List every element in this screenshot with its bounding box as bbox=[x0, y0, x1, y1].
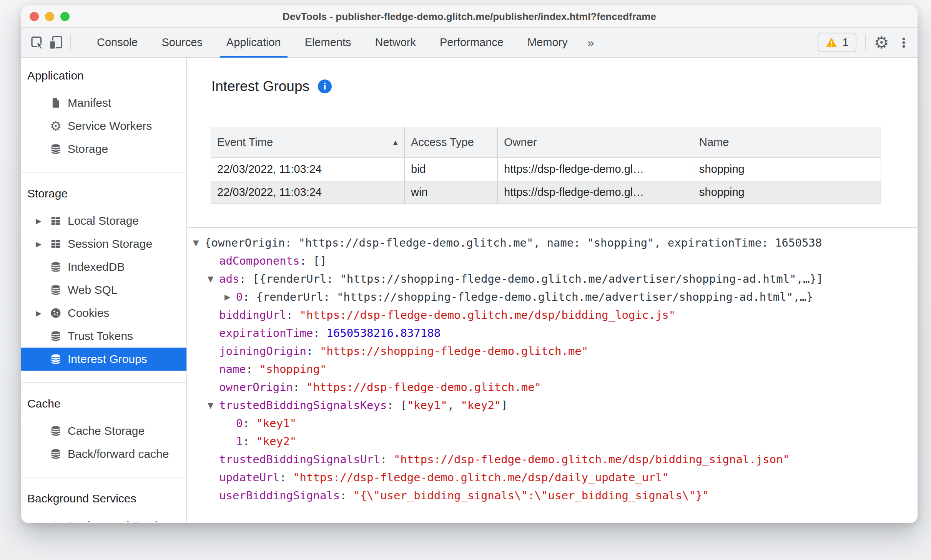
sidebar-item-trust-tokens[interactable]: Trust Tokens bbox=[21, 325, 186, 348]
more-tabs-chevron-icon[interactable]: » bbox=[580, 28, 602, 57]
tab-sources[interactable]: Sources bbox=[150, 28, 214, 58]
tree-line[interactable]: ▼{ownerOrigin: "https://dsp-fledge-demo.… bbox=[191, 234, 918, 252]
table-row[interactable]: 22/03/2022, 11:03:24bidhttps://dsp-fledg… bbox=[211, 158, 881, 181]
indent-spacer bbox=[191, 451, 208, 469]
interest-group-events-table: Event Time▲Access TypeOwnerName22/03/202… bbox=[211, 127, 881, 204]
sidebar-item-session-storage[interactable]: ▶Session Storage bbox=[21, 232, 186, 255]
tab-network[interactable]: Network bbox=[363, 28, 428, 58]
inspect-element-icon[interactable] bbox=[28, 33, 47, 52]
expander-triangle-icon[interactable]: ▶ bbox=[36, 309, 50, 318]
sidebar-item-indexeddb[interactable]: IndexedDB bbox=[21, 255, 186, 278]
tree-segment-plain: : bbox=[293, 378, 306, 396]
expander-triangle-icon[interactable]: ▶ bbox=[36, 240, 50, 249]
tree-segment-str: "shopping" bbox=[259, 360, 327, 378]
sidebar-item-service-workers[interactable]: ⚙︎Service Workers bbox=[21, 114, 186, 138]
tree-segment-key: trustedBiddingSignalsKeys bbox=[219, 396, 387, 414]
tree-expander-icon[interactable]: ▼ bbox=[193, 234, 204, 252]
tree-line[interactable]: expirationTime: 1650538216.837188 bbox=[191, 324, 918, 342]
db-icon bbox=[50, 284, 62, 296]
tree-line[interactable]: ▶0: {renderUrl: "https://shopping-fledge… bbox=[191, 288, 918, 306]
tree-line[interactable]: adComponents: [] bbox=[191, 252, 918, 270]
tree-segment-str: "{\"user_bidding_signals\":\"user_biddin… bbox=[353, 487, 709, 505]
sidebar-item-manifest[interactable]: Manifest bbox=[21, 91, 186, 114]
sidebar-section-storage: Storage▶Local Storage▶Session StorageInd… bbox=[21, 172, 186, 371]
sidebar-item-interest-groups[interactable]: Interest Groups bbox=[21, 348, 186, 371]
tree-line[interactable]: userBiddingSignals: "{\"user_bidding_sig… bbox=[191, 487, 918, 505]
column-header-name[interactable]: Name bbox=[693, 127, 881, 158]
kebab-menu-icon[interactable] bbox=[897, 33, 911, 52]
tree-segment-str: "https://dsp-fledge-demo.glitch.me/dsp/b… bbox=[300, 306, 676, 324]
sidebar-item-cache-storage[interactable]: Cache Storage bbox=[21, 419, 186, 442]
tree-expander-spacer bbox=[208, 487, 219, 505]
expander-triangle-icon[interactable]: ▶ bbox=[36, 217, 50, 225]
sidebar-section-application: ApplicationManifest⚙︎Service WorkersStor… bbox=[21, 65, 186, 161]
traffic-lights bbox=[30, 12, 70, 21]
warning-icon bbox=[825, 36, 838, 49]
tree-line[interactable]: joiningOrigin: "https://shopping-fledge-… bbox=[191, 342, 918, 360]
tree-segment-plain: {ownerOrigin: "https://dsp-fledge-demo.g… bbox=[204, 234, 822, 252]
tree-segment-str: "https://dsp-fledge-demo.glitch.me/dsp/b… bbox=[394, 451, 790, 469]
indent-spacer bbox=[191, 432, 224, 451]
toggle-device-toolbar-icon[interactable] bbox=[47, 33, 65, 52]
sidebar-section-title: Storage bbox=[21, 182, 186, 205]
tree-expander-spacer bbox=[208, 451, 219, 469]
tab-application[interactable]: Application bbox=[214, 28, 293, 58]
tree-segment-key: name bbox=[219, 360, 246, 378]
tree-line[interactable]: updateUrl: "https://dsp-fledge-demo.glit… bbox=[191, 469, 918, 487]
cookie-icon bbox=[50, 307, 62, 319]
sidebar-item-local-storage[interactable]: ▶Local Storage bbox=[21, 209, 186, 232]
sidebar-item-label: Web SQL bbox=[68, 283, 118, 297]
tab-memory[interactable]: Memory bbox=[515, 28, 580, 58]
tree-segment-key: 1 bbox=[236, 432, 243, 451]
tree-segment-plain: : bbox=[380, 451, 394, 469]
tree-segment-plain: : {renderUrl: "https://shopping-fledge-d… bbox=[243, 288, 813, 306]
tab-elements[interactable]: Elements bbox=[293, 28, 363, 58]
sidebar-item-cookies[interactable]: ▶Cookies bbox=[21, 302, 186, 325]
tree-line[interactable]: 0: "key1" bbox=[191, 414, 918, 432]
sidebar-item-label: Interest Groups bbox=[68, 353, 147, 366]
db-icon bbox=[50, 425, 62, 437]
column-header-owner[interactable]: Owner bbox=[498, 127, 693, 158]
sidebar-item-storage[interactable]: Storage bbox=[21, 138, 186, 161]
info-icon[interactable]: i bbox=[318, 80, 332, 93]
zoom-button[interactable] bbox=[60, 12, 70, 21]
tree-segment-str: "key2" bbox=[461, 396, 501, 414]
tree-line[interactable]: ownerOrigin: "https://dsp-fledge-demo.gl… bbox=[191, 378, 918, 396]
tab-strip: ConsoleSourcesApplicationElementsNetwork… bbox=[85, 28, 580, 58]
tree-segment-plain: : bbox=[279, 469, 293, 487]
indent-spacer bbox=[191, 487, 208, 505]
desktop-background: DevTools - publisher-fledge-demo.glitch.… bbox=[0, 0, 931, 560]
tree-expander-icon[interactable]: ▼ bbox=[208, 396, 219, 414]
tree-line[interactable]: biddingUrl: "https://dsp-fledge-demo.gli… bbox=[191, 306, 918, 324]
toolbar-right: 1 ⚙︎ bbox=[818, 33, 911, 52]
tree-expander-icon[interactable]: ▶ bbox=[224, 288, 236, 306]
table-row[interactable]: 22/03/2022, 11:03:24winhttps://dsp-fledg… bbox=[211, 181, 881, 204]
tab-performance[interactable]: Performance bbox=[428, 28, 515, 58]
sidebar-section-title: Cache bbox=[21, 393, 186, 415]
tree-expander-icon[interactable]: ▼ bbox=[208, 270, 219, 288]
tree-segment-str: "key2" bbox=[256, 432, 296, 451]
sidebar-item-web-sql[interactable]: Web SQL bbox=[21, 278, 186, 302]
titlebar: DevTools - publisher-fledge-demo.glitch.… bbox=[21, 5, 918, 28]
tab-console[interactable]: Console bbox=[85, 28, 150, 58]
column-header-label: Name bbox=[699, 136, 729, 149]
tree-line[interactable]: name: "shopping" bbox=[191, 360, 918, 378]
settings-gear-icon[interactable]: ⚙︎ bbox=[874, 34, 889, 51]
panel-divider bbox=[187, 227, 918, 228]
tree-line[interactable]: ▼trustedBiddingSignalsKeys: ["key1", "ke… bbox=[191, 396, 918, 414]
tree-line[interactable]: ▼ads: [{renderUrl: "https://shopping-fle… bbox=[191, 270, 918, 288]
sidebar-item-back-forward-cache[interactable]: Back/forward cache bbox=[21, 442, 186, 466]
tree-line[interactable]: 1: "key2" bbox=[191, 432, 918, 451]
sort-ascending-icon: ▲ bbox=[392, 138, 399, 147]
sidebar-item-background-fetch[interactable]: Background Fetch bbox=[21, 514, 186, 522]
tree-segment-key: updateUrl bbox=[219, 469, 279, 487]
issues-badge[interactable]: 1 bbox=[818, 33, 856, 52]
indent-spacer bbox=[191, 306, 208, 324]
minimize-button[interactable] bbox=[45, 12, 54, 21]
close-button[interactable] bbox=[30, 12, 39, 21]
tree-line[interactable]: trustedBiddingSignalsUrl: "https://dsp-f… bbox=[191, 451, 918, 469]
devtools-body: ApplicationManifest⚙︎Service WorkersStor… bbox=[21, 58, 918, 522]
tree-expander-spacer bbox=[208, 252, 219, 270]
column-header-access-type[interactable]: Access Type bbox=[405, 127, 498, 158]
column-header-event-time[interactable]: Event Time▲ bbox=[211, 127, 405, 158]
